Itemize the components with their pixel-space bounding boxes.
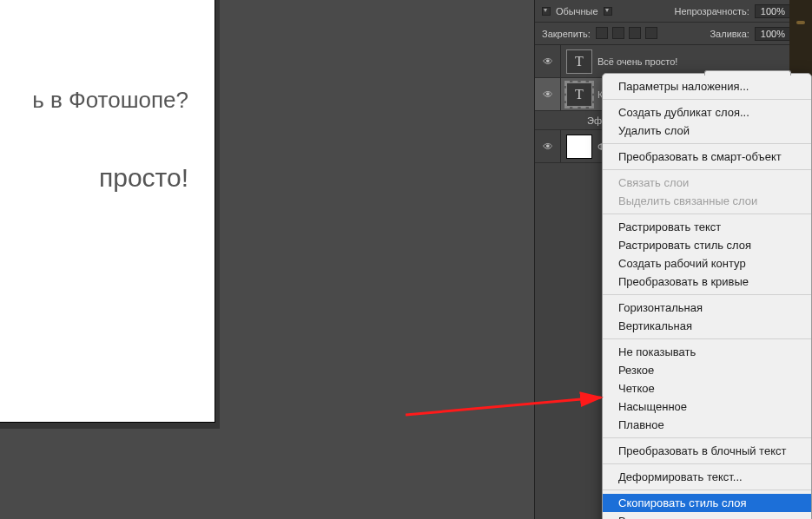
lock-label: Закрепить: (542, 29, 591, 39)
menu-select-linked: Выделить связанные слои (603, 192, 811, 210)
visibility-icon[interactable]: 👁 (535, 45, 561, 77)
menu-convert-smart-object[interactable]: Преобразовать в смарт-объект (603, 148, 811, 166)
separator (603, 437, 811, 438)
lock-transparent-icon[interactable] (596, 27, 608, 39)
canvas-area: ь в Фотошопе? просто! (0, 0, 220, 429)
lock-all-icon[interactable] (645, 27, 657, 39)
panel-menu-icon[interactable] (542, 7, 551, 16)
lock-icons (596, 27, 659, 41)
menu-aa-strong[interactable]: Насыщенное (603, 397, 811, 416)
separator (603, 99, 811, 100)
separator (603, 338, 811, 339)
menu-vertical[interactable]: Вертикальная (603, 317, 811, 335)
menu-rasterize-style[interactable]: Растрировать стиль слоя (603, 236, 811, 254)
context-menu: Параметры наложения... Создать дубликат … (602, 73, 812, 519)
fill-label: Заливка: (710, 29, 749, 39)
strip-decoration (796, 21, 805, 24)
menu-aa-crisp[interactable]: Четкое (603, 379, 811, 397)
menu-work-path[interactable]: Создать рабочий контур (603, 254, 811, 273)
menu-tab (704, 70, 791, 76)
opacity-label: Непрозрачность: (674, 6, 749, 16)
separator (603, 143, 811, 144)
menu-to-paragraph[interactable]: Преобразовать в блочный текст (603, 442, 811, 460)
menu-warp-text[interactable]: Деформировать текст... (603, 468, 811, 486)
menu-aa-sharp[interactable]: Резкое (603, 361, 811, 379)
blend-row: Обычные Непрозрачность: 100% (535, 0, 812, 23)
menu-delete-layer[interactable]: Удалить слой (603, 122, 811, 140)
separator (603, 214, 811, 214)
chevron-down-icon[interactable] (604, 7, 612, 16)
text-layer-icon: T (566, 82, 592, 107)
lock-pixels-icon[interactable] (612, 27, 624, 39)
menu-copy-layer-style[interactable]: Скопировать стиль слоя (603, 494, 811, 512)
menu-paste-layer-style[interactable]: Вклеить стиль слоя (603, 512, 811, 519)
separator (603, 169, 811, 170)
visibility-icon[interactable]: 👁 (535, 78, 561, 110)
fill-value[interactable]: 100% (755, 27, 791, 41)
menu-aa-smooth[interactable]: Плавное (603, 416, 811, 434)
document[interactable]: ь в Фотошопе? просто! (0, 0, 215, 422)
text-layer-icon: T (566, 49, 592, 74)
menu-to-curves[interactable]: Преобразовать в кривые (603, 273, 811, 291)
lock-position-icon[interactable] (629, 27, 641, 39)
visibility-icon[interactable]: 👁 (535, 130, 561, 162)
opacity-value[interactable]: 100% (755, 4, 791, 18)
menu-duplicate-layer[interactable]: Создать дубликат слоя... (603, 103, 811, 122)
menu-blending-options[interactable]: Параметры наложения... (603, 77, 811, 95)
separator (603, 294, 811, 295)
menu-rasterize-text[interactable]: Растрировать текст (603, 218, 811, 236)
blend-mode-dropdown[interactable]: Обычные (556, 6, 598, 16)
menu-link-layers: Связать слои (603, 174, 811, 192)
menu-horizontal[interactable]: Горизонтальная (603, 299, 811, 317)
text-layer-2: просто! (99, 163, 188, 193)
layer-thumbnail (566, 135, 592, 159)
lock-row: Закрепить: Заливка: 100% (535, 23, 812, 45)
separator (603, 463, 811, 464)
separator (603, 489, 811, 490)
menu-aa-none[interactable]: Не показывать (603, 343, 811, 361)
text-layer-1: ь в Фотошопе? (32, 87, 188, 114)
